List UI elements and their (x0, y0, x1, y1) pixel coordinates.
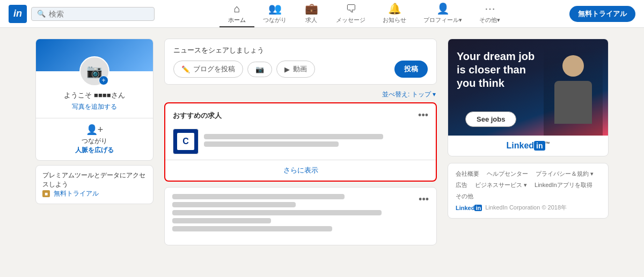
linkedin-in-badge: in (534, 141, 545, 151)
copyright-text: LinkedIn Corporation © 2018年 (485, 204, 567, 212)
rec-jobs-title: おすすめの求人 (173, 111, 222, 121)
nav-connections-label: つながり (263, 16, 287, 24)
search-icon: 🔍 (37, 10, 46, 18)
logo-inner: C (177, 133, 194, 150)
ad-person (544, 44, 603, 136)
nav-notifications-label: お知らせ (383, 16, 406, 24)
footer-copyright: Linkedin LinkedIn Corporation © 2018年 (456, 204, 601, 212)
copyright-in: in (474, 205, 482, 211)
sort-bar: 並べ替え: トップ ▾ (164, 90, 437, 99)
job-company-blurred (204, 141, 339, 147)
post-line-1 (172, 194, 345, 199)
more-options-icon[interactable]: ••• (418, 110, 428, 121)
left-panel: 📷 + ようこそ ■■■■さん 写真を追加する 👤+ つながり 人脈を広げる プ… (35, 39, 153, 245)
trademark-icon: ™ (545, 141, 550, 146)
messages-icon: 🗨 (346, 3, 356, 15)
camera-icon: 📷 (255, 65, 264, 73)
profile-icon: 👤 (436, 2, 450, 15)
feed-card-header: ••• (172, 194, 429, 234)
nav-notifications[interactable]: 🔔 お知らせ (374, 0, 415, 27)
grid-icon: ⋯ (485, 2, 495, 15)
linkedin-logo[interactable]: in (9, 5, 27, 23)
feed-post-card: ••• (164, 187, 437, 245)
search-bar: 🔍 (31, 7, 155, 21)
nav-messages-label: メッセージ (336, 16, 365, 24)
welcome-text: ようこそ ■■■■さん (36, 91, 153, 102)
blog-post-button[interactable]: ✏️ ブログを投稿 (173, 61, 243, 78)
connections-icon: 👥 (268, 2, 282, 15)
nav-connections[interactable]: 👥 つながり (254, 0, 295, 27)
premium-badge-icon: ■ (42, 190, 50, 197)
footer-company[interactable]: 会社概要 (456, 170, 479, 178)
add-person-icon: 👤+ (86, 124, 104, 136)
person-body (554, 81, 592, 124)
edit-icon: ✏️ (181, 65, 190, 73)
connections-link[interactable]: 👤+ つながり 人脈を広げる (36, 118, 153, 160)
share-actions: ✏️ ブログを投稿 📷 ▶ 動画 投稿 (173, 61, 428, 78)
job-details (204, 134, 428, 149)
connections-sub: 人脈を広げる (75, 146, 114, 155)
home-icon: ⌂ (233, 3, 240, 15)
video-button[interactable]: ▶ 動画 (276, 61, 315, 78)
sort-label[interactable]: 並べ替え: トップ ▾ (382, 90, 436, 99)
post-more-options-icon[interactable]: ••• (419, 194, 429, 205)
see-more-link[interactable]: さらに表示 (165, 160, 436, 181)
premium-text: プレミアムツールとデータにアクセスしよう (42, 171, 145, 188)
nav-more[interactable]: ⋯ その他▾ (471, 0, 509, 27)
nav-jobs[interactable]: 💼 求人 (295, 0, 327, 27)
free-trial-button[interactable]: 無料トライアル (569, 6, 635, 22)
right-panel: Your dream job is closer than you think … (448, 39, 609, 245)
footer-app[interactable]: LinkedInアプリを取得 (535, 181, 592, 189)
photo-button[interactable]: 📷 (247, 62, 272, 77)
footer-row-2: 広告 ビジネスサービス ▾ LinkedInアプリを取得 (456, 181, 601, 189)
footer-privacy[interactable]: プライバシー＆規約 ▾ (536, 170, 594, 178)
nav-profile[interactable]: 👤 プロフィール▾ (415, 0, 471, 27)
ad-footer: Linkedin™ (448, 136, 608, 156)
footer-ads[interactable]: 広告 (456, 181, 467, 189)
rec-jobs-header: おすすめの求人 ••• (165, 103, 436, 125)
share-card: ニュースをシェアしましょう ✏️ ブログを投稿 📷 ▶ 動画 投稿 (164, 39, 437, 85)
footer-row-1: 会社概要 ヘルプセンター プライバシー＆規約 ▾ (456, 170, 601, 178)
nav-more-label: その他▾ (479, 16, 500, 24)
post-button[interactable]: 投稿 (394, 61, 428, 78)
add-photo-link[interactable]: 写真を追加する (36, 102, 153, 111)
ad-card: Your dream job is closer than you think … (448, 39, 609, 156)
bell-icon: 🔔 (388, 2, 401, 15)
video-icon: ▶ (284, 65, 290, 73)
footer-business[interactable]: ビジネスサービス ▾ (475, 181, 527, 189)
job-item: C (165, 125, 436, 160)
search-input[interactable] (49, 10, 149, 18)
navbar: in 🔍 ⌂ ホーム 👥 つながり 💼 求人 🗨 メッセージ 🔔 お知らせ 👤 … (0, 0, 644, 28)
nav-profile-label: プロフィール▾ (423, 16, 462, 24)
nav-home[interactable]: ⌂ ホーム (219, 0, 254, 27)
main-layout: 📷 + ようこそ ■■■■さん 写真を追加する 👤+ つながり 人脈を広げる プ… (27, 39, 617, 245)
post-content (172, 194, 419, 234)
avatar-wrap: 📷 + (36, 56, 153, 86)
post-line-5 (172, 226, 332, 231)
ad-linkedin-logo: Linkedin™ (506, 141, 550, 151)
post-line-2 (172, 202, 296, 207)
see-jobs-button[interactable]: See jobs (465, 111, 516, 127)
linkedin-text: Linked (506, 141, 534, 150)
premium-card: プレミアムツールとデータにアクセスしよう ■ 無料トライアル (35, 165, 153, 204)
avatar-plus-icon[interactable]: + (99, 76, 108, 85)
nav-right: 無料トライアル (569, 6, 635, 22)
job-title-blurred (204, 134, 383, 139)
post-line-3 (172, 210, 382, 215)
connections-label: つながり (82, 137, 107, 146)
nav-jobs-label: 求人 (305, 16, 317, 24)
post-line-4 (172, 218, 271, 223)
share-title: ニュースをシェアしましょう (173, 46, 428, 55)
premium-link[interactable]: 無料トライアル (54, 190, 99, 197)
ad-image: Your dream job is closer than you think … (448, 39, 608, 136)
footer-links: 会社概要 ヘルプセンター プライバシー＆規約 ▾ 広告 ビジネスサービス ▾ L… (448, 163, 609, 219)
footer-help[interactable]: ヘルプセンター (487, 170, 528, 178)
company-logo: C (173, 129, 199, 154)
nav-messages[interactable]: 🗨 メッセージ (327, 0, 374, 27)
footer-row-3: その他 (456, 192, 601, 200)
nav-home-label: ホーム (228, 16, 246, 24)
copyright-logo: Linkedin (456, 205, 482, 211)
footer-other[interactable]: その他 (456, 192, 473, 200)
ad-headline: Your dream job is closer than you think (457, 50, 543, 90)
profile-card: 📷 + ようこそ ■■■■さん 写真を追加する 👤+ つながり 人脈を広げる (35, 39, 153, 161)
